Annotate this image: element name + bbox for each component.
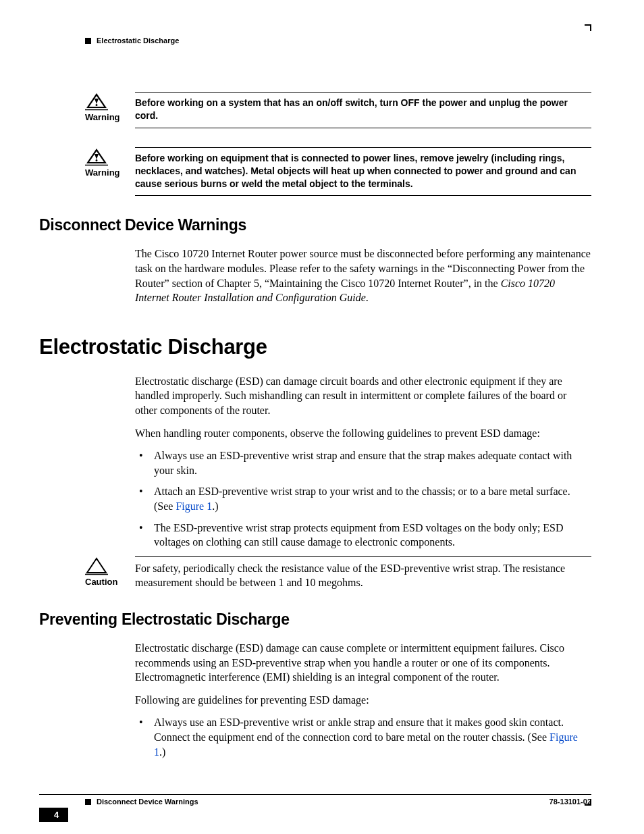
paragraph: The Cisco 10720 Internet Router power so…: [135, 246, 591, 305]
caution-admonition: Caution For safety, periodically check t…: [85, 556, 591, 590]
heading-preventing-esd: Preventing Electrostatic Discharge: [39, 610, 591, 629]
page-number: 4: [39, 808, 68, 822]
warning-icon: [85, 92, 108, 111]
paragraph: Electrostatic discharge (ESD) can damage…: [135, 374, 591, 418]
text: Always use an ESD-preventive wrist or an…: [154, 716, 564, 743]
text: .: [366, 292, 369, 303]
figure-link[interactable]: Figure 1: [176, 500, 212, 512]
paragraph: Following are guidelines for preventing …: [135, 693, 591, 708]
warning-admonition: Warning Before working on equipment that…: [85, 147, 591, 197]
bullet-list: Always use an ESD-preventive wrist or an…: [135, 715, 591, 759]
paragraph: Electrostatic discharge (ESD) damage can…: [135, 641, 591, 685]
bullet-list: Always use an ESD-preventive wrist strap…: [135, 448, 591, 550]
text: .): [212, 500, 218, 512]
heading-disconnect-device-warnings: Disconnect Device Warnings: [39, 216, 591, 234]
crop-mark: [585, 24, 591, 31]
page-footer: Disconnect Device Warnings 78-13101-02 4: [39, 794, 591, 806]
caution-label: Caution: [85, 577, 135, 587]
list-item: Always use an ESD-preventive wrist strap…: [135, 448, 591, 477]
paragraph: When handling router components, observe…: [135, 426, 591, 441]
footer-square-icon: [85, 799, 91, 805]
warning-admonition: Warning Before working on a system that …: [85, 92, 591, 128]
warning-label: Warning: [85, 167, 135, 178]
warning-icon: [85, 147, 108, 166]
caution-text: For safety, periodically check the resis…: [135, 556, 591, 590]
list-item: Attach an ESD-preventive wrist strap to …: [135, 484, 591, 513]
list-item: Always use an ESD-preventive wrist or an…: [135, 715, 591, 759]
doc-number: 78-13101-02: [549, 798, 591, 806]
text: .): [159, 746, 165, 758]
running-header: Electrostatic Discharge: [85, 24, 591, 45]
warning-text: Before working on a system that has an o…: [135, 92, 591, 128]
heading-electrostatic-discharge: Electrostatic Discharge: [39, 335, 591, 359]
footer-title: Disconnect Device Warnings: [97, 798, 198, 806]
header-square-icon: [85, 38, 91, 44]
warning-label: Warning: [85, 112, 135, 122]
warning-text: Before working on equipment that is conn…: [135, 147, 591, 197]
running-header-text: Electrostatic Discharge: [97, 36, 179, 45]
list-item: The ESD-preventive wrist strap protects …: [135, 521, 591, 550]
caution-icon: [85, 556, 108, 575]
